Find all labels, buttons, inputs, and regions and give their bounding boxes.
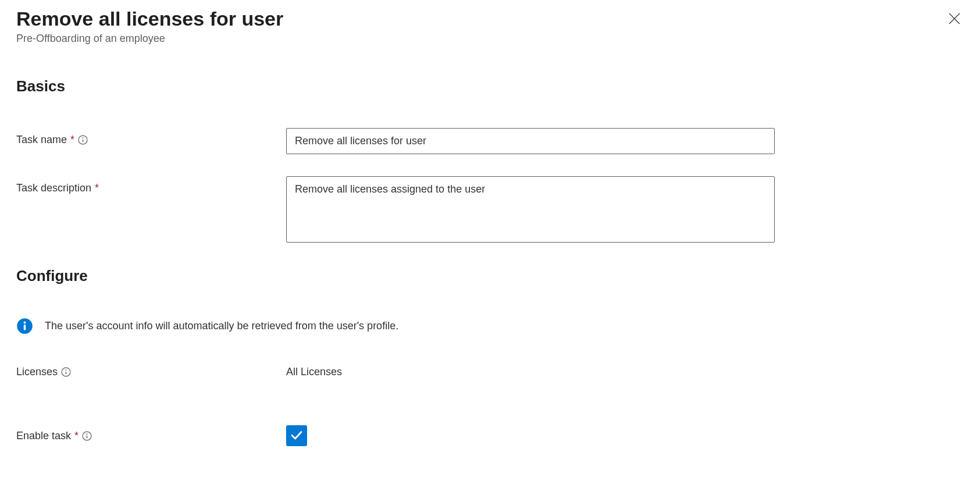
task-description-label: Task description * xyxy=(16,176,286,195)
basics-heading: Basics xyxy=(16,77,964,95)
enable-task-checkbox[interactable] xyxy=(286,425,307,446)
svg-point-6 xyxy=(24,322,26,324)
info-banner-text: The user's account info will automatical… xyxy=(45,320,398,332)
licenses-label: Licenses xyxy=(16,365,286,379)
svg-point-9 xyxy=(66,369,67,371)
configure-heading: Configure xyxy=(16,267,964,285)
info-icon[interactable] xyxy=(78,135,88,145)
checkmark-icon xyxy=(290,428,304,444)
enable-task-label: Enable task * xyxy=(16,429,286,443)
required-indicator: * xyxy=(74,429,79,443)
task-description-input[interactable] xyxy=(286,176,775,243)
svg-point-3 xyxy=(83,137,84,138)
task-name-input[interactable] xyxy=(286,128,775,154)
info-filled-icon xyxy=(16,318,33,334)
required-indicator: * xyxy=(95,181,99,195)
page-title: Remove all licenses for user xyxy=(16,6,283,31)
info-icon[interactable] xyxy=(61,367,71,377)
task-name-label: Task name * xyxy=(16,128,286,147)
info-icon[interactable] xyxy=(82,431,92,441)
required-indicator: * xyxy=(70,133,74,147)
info-banner: The user's account info will automatical… xyxy=(16,318,964,334)
close-icon xyxy=(947,12,961,27)
svg-point-12 xyxy=(87,433,88,435)
licenses-value: All Licenses xyxy=(286,366,342,378)
page-subtitle: Pre-Offboarding of an employee xyxy=(16,33,283,45)
svg-rect-7 xyxy=(24,325,26,330)
close-button[interactable] xyxy=(945,9,964,30)
